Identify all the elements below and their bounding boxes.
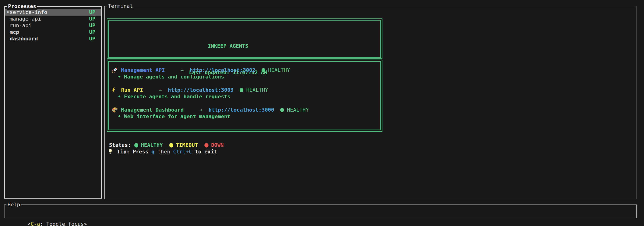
tip-key-q: q [151, 148, 154, 155]
status-legend: Status: HEALTHY TIMEOUT DOWN [109, 142, 230, 148]
service-line-run-api: Run API → http://localhost:3003 HEALTHY [112, 87, 380, 93]
arrow-icon: → [159, 87, 162, 93]
arrow-icon: → [199, 107, 202, 113]
process-status-badge: UP [89, 29, 96, 36]
lightbulb-icon [108, 149, 114, 155]
help-panel: Help <C-a: Toggle focus> <q: Quit> <j: N… [4, 204, 637, 218]
service-name: Management API [121, 67, 165, 74]
processes-panel: Processes • service-info UP manage-api U… [4, 6, 102, 198]
services-box: Management API → http://localhost:3002 H… [107, 60, 382, 132]
tip-suffix: to exit [195, 148, 217, 155]
shortcut-toggle-focus: <C-a: Toggle focus> [28, 221, 87, 226]
service-url: http://localhost:3002 [190, 67, 256, 74]
healthy-dot-icon [134, 143, 138, 147]
process-status-badge: UP [89, 9, 96, 16]
service-status: HEALTHY [246, 87, 268, 93]
process-list: • service-info UP manage-api UP run-api … [5, 7, 101, 42]
legend-down-label: DOWN [211, 142, 224, 148]
healthy-dot-icon [280, 108, 284, 112]
process-row-mcp[interactable]: mcp UP [5, 29, 101, 36]
process-name: manage-api [10, 16, 89, 22]
tip-prefix: Tip: Press [117, 148, 148, 155]
process-row-service-info[interactable]: • service-info UP [5, 9, 101, 16]
tip-line: Tip: Press q then Ctrl+C to exit [108, 148, 220, 155]
mprocs-terminal-app: Processes • service-info UP manage-api U… [0, 0, 644, 226]
process-row-run-api[interactable]: run-api UP [5, 22, 101, 29]
service-url: http://localhost:3003 [168, 87, 234, 93]
banner-heading: INKEEP AGENTS [109, 43, 347, 49]
process-name: dashboard [10, 36, 89, 42]
process-name: mcp [10, 29, 89, 36]
help-panel-title: Help [6, 201, 21, 208]
service-line-management-api: Management API → http://localhost:3002 H… [112, 67, 380, 74]
legend-entry-down: DOWN [204, 142, 224, 148]
healthy-dot-icon [262, 68, 265, 72]
service-description: • Manage agents and configurations [118, 74, 380, 80]
service-status: HEALTHY [287, 107, 309, 113]
tip-key-combo: Ctrl+C [173, 148, 192, 155]
lightning-icon [112, 87, 119, 93]
banner-box: INKEEP AGENTS Last updated: 11:07:42 AM [107, 19, 382, 59]
shortcut-label: Toggle focus [46, 221, 84, 226]
legend-timeout-label: TIMEOUT [176, 142, 198, 148]
processes-panel-title: Processes [7, 3, 37, 10]
process-row-manage-api[interactable]: manage-api UP [5, 16, 101, 22]
service-description: • Web interface for agent management [118, 113, 380, 120]
tip-middle: then [158, 148, 170, 155]
service-name: Run API [121, 87, 143, 93]
process-name: run-api [10, 22, 89, 29]
process-row-dashboard[interactable]: dashboard UP [5, 36, 101, 42]
timeout-dot-icon [169, 143, 173, 147]
rocket-icon [112, 67, 119, 73]
terminal-panel-title: Terminal [107, 3, 134, 10]
palette-icon [112, 107, 119, 113]
service-status: HEALTHY [268, 67, 290, 74]
shortcut-key: C-a [31, 221, 40, 226]
selected-indicator: • [6, 9, 10, 16]
status-legend-label: Status: [109, 142, 131, 148]
legend-healthy-label: HEALTHY [141, 142, 163, 148]
down-dot-icon [204, 143, 208, 147]
help-shortcuts: <C-a: Toggle focus> <q: Quit> <j: Next> … [4, 205, 636, 226]
process-status-badge: UP [89, 22, 96, 29]
terminal-panel[interactable]: Terminal INKEEP AGENTS Last updated: 11:… [104, 6, 636, 199]
arrow-icon: → [180, 67, 184, 74]
service-name: Management Dashboard [121, 107, 184, 113]
service-line-dashboard: Management Dashboard → http://localhost:… [112, 107, 380, 113]
process-status-badge: UP [89, 36, 96, 42]
legend-entry-timeout: TIMEOUT [169, 142, 198, 148]
service-url: http://localhost:3000 [208, 107, 274, 113]
legend-entry-healthy: HEALTHY [134, 142, 163, 148]
service-description: • Execute agents and handle requests [118, 93, 380, 100]
process-status-badge: UP [89, 16, 96, 22]
healthy-dot-icon [240, 88, 244, 92]
process-name: service-info [10, 9, 89, 16]
